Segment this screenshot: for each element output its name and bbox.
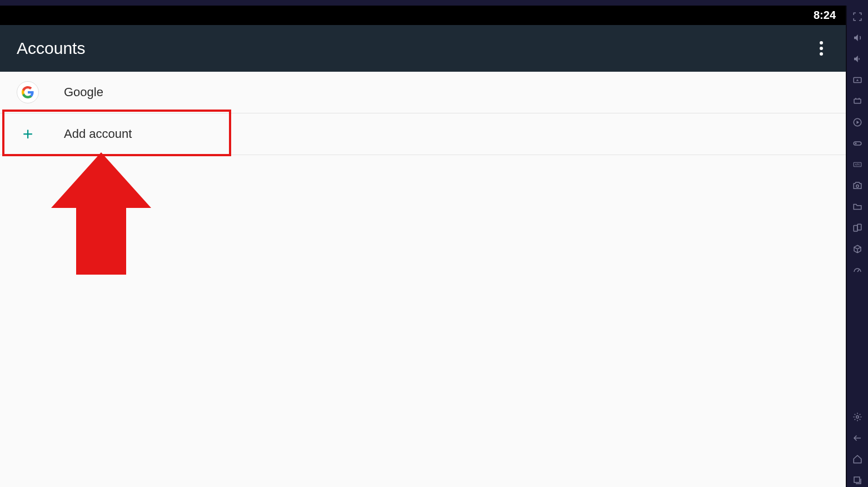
svg-point-12 — [856, 185, 859, 188]
app-titlebar — [0, 0, 868, 6]
svg-marker-3 — [51, 152, 151, 275]
action-bar: Accounts — [0, 25, 846, 72]
android-status-bar: 8:24 — [0, 6, 846, 25]
account-item-label: Google — [64, 85, 103, 100]
svg-rect-13 — [854, 226, 857, 232]
svg-point-2 — [820, 52, 823, 56]
overflow-menu-button[interactable] — [814, 35, 829, 62]
home-icon[interactable] — [851, 453, 864, 466]
svg-marker-5 — [856, 79, 859, 81]
rotate-icon[interactable] — [851, 221, 864, 235]
multi-instance-icon[interactable] — [851, 242, 864, 256]
page-title: Accounts — [17, 39, 85, 58]
screenshot-icon[interactable] — [851, 179, 864, 192]
google-icon — [17, 81, 39, 103]
recents-icon[interactable] — [851, 474, 864, 487]
add-account-button[interactable]: + Add account — [0, 113, 846, 155]
add-account-label: Add account — [64, 127, 132, 141]
fullscreen-icon[interactable] — [851, 10, 864, 23]
svg-marker-8 — [857, 121, 860, 124]
speed-icon[interactable] — [851, 264, 864, 277]
bluestacks-sidebar: APK — [847, 6, 868, 487]
volume-down-icon[interactable] — [851, 52, 864, 66]
svg-text:APK: APK — [855, 163, 860, 166]
svg-point-0 — [820, 41, 823, 44]
accounts-content: Google + Add account — [0, 72, 846, 487]
emulator-pane: 8:24 Accounts — [0, 6, 846, 487]
svg-rect-6 — [854, 99, 861, 103]
gamepad-icon[interactable] — [851, 137, 864, 150]
account-item-google[interactable]: Google — [0, 72, 846, 113]
macro-icon[interactable] — [851, 95, 864, 108]
svg-rect-16 — [854, 477, 860, 483]
svg-point-1 — [820, 47, 823, 50]
back-icon[interactable] — [851, 431, 864, 445]
status-bar-time: 8:24 — [814, 9, 836, 22]
annotation-arrow-icon — [51, 152, 151, 275]
svg-point-15 — [856, 416, 859, 419]
more-vert-icon — [819, 41, 824, 56]
svg-rect-9 — [854, 142, 861, 145]
volume-up-icon[interactable] — [851, 31, 864, 44]
apk-icon[interactable]: APK — [851, 158, 864, 171]
plus-icon: + — [17, 123, 39, 145]
rewind-icon[interactable] — [851, 116, 864, 129]
folder-icon[interactable] — [851, 200, 864, 213]
svg-rect-14 — [857, 224, 861, 230]
keymap-icon[interactable] — [851, 73, 864, 87]
settings-icon[interactable] — [851, 410, 864, 424]
